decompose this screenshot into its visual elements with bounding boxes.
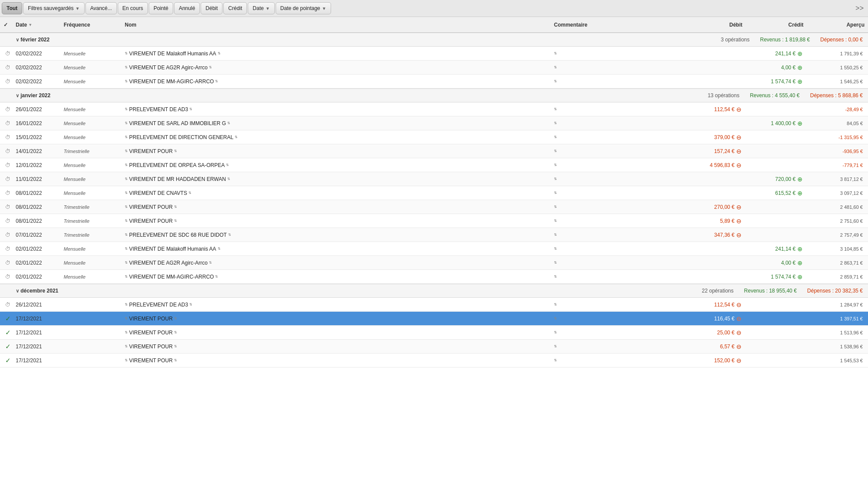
nom-sort-arrows[interactable]: ⇅ [125,205,128,209]
row-check-cell[interactable]: ⏱ [2,274,14,280]
nom-sort-arrows-right[interactable]: ⇅ [218,247,221,251]
row-check-cell[interactable]: ⏱ [2,302,14,308]
row-check-cell[interactable]: ⏱ [2,120,14,126]
data-row[interactable]: ⏱ 02/02/2022 Mensuelle ⇅ VIREMENT DE Mal… [0,47,868,61]
pointe-button[interactable]: Pointé [149,2,173,14]
nom-sort-arrows-right[interactable]: ⇅ [188,191,191,195]
data-row[interactable]: ⏱ 26/01/2022 Mensuelle ⇅ PRELEVEMENT DE … [0,102,868,116]
row-check-cell[interactable]: ⏱ [2,246,14,252]
nom-sort-arrows-right[interactable]: ⇅ [174,219,177,223]
row-check-cell[interactable]: ⏱ [2,190,14,196]
debit-status-icon[interactable]: ⊖ [736,315,742,322]
credit-status-icon[interactable]: ⊕ [797,120,803,127]
comment-sort-arrows[interactable]: ⇅ [554,80,557,83]
nom-sort-arrows[interactable]: ⇅ [125,317,128,320]
data-row[interactable]: ✓ 17/12/2021 ⇅ VIREMENT POUR ⇅ ⇅ 6,57 € … [0,340,868,354]
row-check-cell[interactable]: ⏱ [2,176,14,182]
credit-status-icon[interactable]: ⊕ [797,259,803,266]
nom-sort-arrows-right[interactable]: ⇅ [174,359,177,362]
nom-sort-arrows[interactable]: ⇅ [125,359,128,362]
comment-sort-arrows[interactable]: ⇅ [554,122,557,125]
nom-sort-arrows-right[interactable]: ⇅ [174,345,177,348]
en-cours-button[interactable]: En cours [118,2,148,14]
nom-sort-arrows[interactable]: ⇅ [125,177,128,181]
credit-status-icon[interactable]: ⊕ [797,245,803,252]
group-row-fevrier2022[interactable]: ∨ février 2022 3 opérations Revenus : 1 … [0,33,868,47]
data-row[interactable]: ⏱ 26/12/2021 ⇅ PRELEVEMENT DE AD3 ⇅ ⇅ 11… [0,298,868,312]
row-check-cell[interactable]: ⏱ [2,260,14,266]
row-check-cell[interactable]: ✓ [2,357,14,364]
debit-status-icon[interactable]: ⊖ [736,329,742,336]
nom-sort-arrows-right[interactable]: ⇅ [228,233,231,237]
credit-status-icon[interactable]: ⊕ [797,273,803,280]
row-check-cell[interactable]: ⏱ [2,78,14,85]
nom-sort-arrows[interactable]: ⇅ [125,150,128,153]
nom-sort-arrows[interactable]: ⇅ [125,261,128,265]
nom-sort-arrows-right[interactable]: ⇅ [226,163,229,167]
comment-sort-arrows[interactable]: ⇅ [554,205,557,209]
debit-status-icon[interactable]: ⊖ [736,357,742,364]
nom-sort-arrows-right[interactable]: ⇅ [174,205,177,209]
tout-button[interactable]: Tout [2,2,22,14]
data-row[interactable]: ⏱ 12/01/2022 Mensuelle ⇅ PRELEVEMENT DE … [0,158,868,172]
nom-sort-arrows[interactable]: ⇅ [125,331,128,334]
row-check-cell[interactable]: ⏱ [2,134,14,140]
nom-sort-arrows-right[interactable]: ⇅ [189,303,192,306]
date-button[interactable]: Date ▼ [248,2,274,14]
credit-button[interactable]: Crédit [223,2,247,14]
data-row[interactable]: ⏱ 15/01/2022 Mensuelle ⇅ PRELEVEMENT DE … [0,130,868,144]
row-check-cell[interactable]: ⏱ [2,162,14,168]
row-check-cell[interactable]: ⏱ [2,232,14,238]
nom-sort-arrows[interactable]: ⇅ [125,163,128,167]
nom-sort-arrows-right[interactable]: ⇅ [227,177,230,181]
comment-sort-arrows[interactable]: ⇅ [554,261,557,265]
nom-sort-arrows[interactable]: ⇅ [125,136,128,139]
nom-sort-arrows[interactable]: ⇅ [125,108,128,111]
nom-sort-arrows-right[interactable]: ⇅ [174,331,177,334]
comment-sort-arrows[interactable]: ⇅ [554,345,557,348]
row-check-cell[interactable]: ⏱ [2,148,14,154]
comment-sort-arrows[interactable]: ⇅ [554,66,557,69]
group-row-janvier2022[interactable]: ∨ janvier 2022 13 opérations Revenus : 4… [0,89,868,102]
credit-status-icon[interactable]: ⊕ [797,78,803,85]
row-check-cell[interactable]: ⏱ [2,106,14,112]
data-row[interactable]: ⏱ 14/01/2022 Trimestrielle ⇅ VIREMENT PO… [0,144,868,158]
group-label-decembre2021[interactable]: ∨ décembre 2021 [14,288,552,294]
debit-status-icon[interactable]: ⊖ [736,231,742,238]
comment-sort-arrows[interactable]: ⇅ [554,108,557,111]
comment-sort-arrows[interactable]: ⇅ [554,163,557,167]
data-row[interactable]: ⏱ 02/01/2022 Mensuelle ⇅ VIREMENT DE AG2… [0,256,868,270]
comment-sort-arrows[interactable]: ⇅ [554,275,557,279]
debit-button[interactable]: Débit [201,2,222,14]
data-row[interactable]: ⏱ 11/01/2022 Mensuelle ⇅ VIREMENT DE MR … [0,172,868,186]
row-check-cell[interactable]: ⏱ [2,204,14,210]
data-row[interactable]: ✓ 17/12/2021 ⇅ VIREMENT POUR ⇅ ⇅ 116,45 … [0,312,868,326]
data-row[interactable]: ⏱ 02/02/2022 Mensuelle ⇅ VIREMENT DE MM-… [0,75,868,89]
data-row[interactable]: ⏱ 02/01/2022 Mensuelle ⇅ VIREMENT DE Mal… [0,242,868,256]
data-row[interactable]: ✓ 17/12/2021 ⇅ VIREMENT POUR ⇅ ⇅ 25,00 €… [0,326,868,340]
row-check-cell[interactable]: ✓ [2,329,14,337]
data-row[interactable]: ⏱ 08/01/2022 Trimestrielle ⇅ VIREMENT PO… [0,214,868,228]
credit-status-icon[interactable]: ⊕ [797,50,803,57]
row-check-cell[interactable]: ✓ [2,315,14,323]
col-date[interactable]: Date ▼ [14,22,62,28]
row-check-cell[interactable]: ✓ [2,343,14,351]
debit-status-icon[interactable]: ⊖ [736,204,742,211]
nom-sort-arrows-right[interactable]: ⇅ [235,136,238,139]
comment-sort-arrows[interactable]: ⇅ [554,177,557,181]
comment-sort-arrows[interactable]: ⇅ [554,219,557,223]
data-row[interactable]: ⏱ 02/01/2022 Mensuelle ⇅ VIREMENT DE MM-… [0,270,868,284]
credit-status-icon[interactable]: ⊕ [797,64,803,71]
nom-sort-arrows-right[interactable]: ⇅ [218,52,221,55]
debit-status-icon[interactable]: ⊖ [736,148,742,155]
nom-sort-arrows[interactable]: ⇅ [125,345,128,348]
nom-sort-arrows[interactable]: ⇅ [125,275,128,279]
nom-sort-arrows-right[interactable]: ⇅ [174,317,177,320]
debit-status-icon[interactable]: ⊖ [736,343,742,350]
row-check-cell[interactable]: ⏱ [2,218,14,224]
nom-sort-arrows[interactable]: ⇅ [125,219,128,223]
row-check-cell[interactable]: ⏱ [2,65,14,71]
nom-sort-arrows-right[interactable]: ⇅ [189,108,192,111]
comment-sort-arrows[interactable]: ⇅ [554,136,557,139]
avance-button[interactable]: Avancé... [85,2,117,14]
